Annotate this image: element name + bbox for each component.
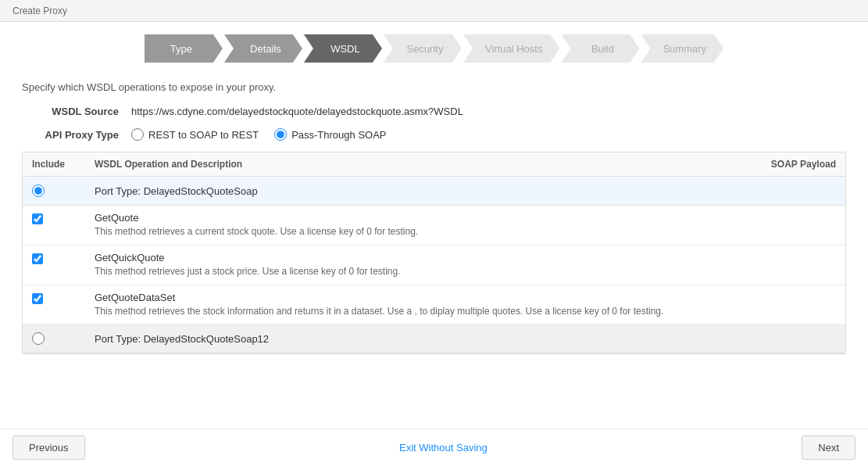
step-wsdl-label: WSDL	[330, 43, 360, 55]
getquickquote-checkbox[interactable]	[32, 253, 43, 264]
wsdl-source-label: WSDL Source	[22, 106, 131, 117]
getquickquote-info: GetQuickQuote This method retrieves just…	[95, 252, 734, 278]
next-button[interactable]: Next	[802, 436, 855, 460]
getquote-name: GetQuote	[95, 212, 734, 224]
radio-pass-through-soap-input[interactable]	[274, 128, 287, 141]
getquote-check-cell[interactable]	[32, 212, 95, 224]
radio-pass-through-soap[interactable]: Pass-Through SOAP	[274, 128, 386, 141]
operation-row-getquotedataset: GetQuoteDataSet This method retrieves th…	[23, 285, 845, 325]
getquote-checkbox[interactable]	[32, 213, 43, 224]
getquotedataset-checkbox[interactable]	[32, 293, 43, 304]
port-type-row-2: Port Type: DelayedStockQuoteSoap12	[23, 324, 845, 353]
step-virtual-hosts[interactable]: Virtual Hosts	[463, 34, 559, 63]
port-type-2-radio-cell[interactable]	[32, 332, 95, 345]
step-build[interactable]: Build	[561, 34, 639, 63]
port-type-1-radio-cell[interactable]	[32, 185, 95, 197]
footer: Previous Exit Without Saving Next	[0, 428, 868, 466]
step-security[interactable]: Security	[384, 34, 462, 63]
port-type-row-1: Port Type: DelayedStockQuoteSoap	[23, 177, 845, 206]
getquotedataset-info: GetQuoteDataSet This method retrieves th…	[95, 292, 734, 318]
step-wsdl[interactable]: WSDL	[304, 34, 382, 63]
getquickquote-desc: This method retrieves just a stock price…	[95, 265, 734, 278]
wsdl-source-value: https://ws.cdyne.com/delayedstockquote/d…	[131, 106, 463, 117]
port-type-2-label: Port Type: DelayedStockQuoteSoap12	[95, 333, 734, 345]
wsdl-source-row: WSDL Source https://ws.cdyne.com/delayed…	[22, 106, 846, 117]
main-content: Specify which WSDL operations to expose …	[0, 73, 868, 354]
step-details[interactable]: Details	[224, 34, 302, 63]
getquickquote-check-cell[interactable]	[32, 252, 95, 264]
content-subtitle: Specify which WSDL operations to expose …	[22, 73, 846, 106]
getquotedataset-desc: This method retrieves the stock informat…	[95, 305, 734, 318]
exit-without-saving-link[interactable]: Exit Without Saving	[399, 442, 488, 453]
header-include: Include	[32, 159, 95, 170]
step-security-label: Security	[406, 43, 443, 55]
operation-row-getquickquote: GetQuickQuote This method retrieves just…	[23, 246, 845, 285]
api-proxy-type-label: API Proxy Type	[22, 129, 131, 141]
operation-row-getquote: GetQuote This method retrieves a current…	[23, 206, 845, 246]
step-summary-label: Summary	[663, 43, 706, 55]
wizard-steps: Type Details WSDL Security Virtual Hosts…	[0, 22, 868, 73]
header-payload: SOAP Payload	[734, 159, 836, 170]
top-bar: Create Proxy	[0, 0, 868, 22]
port-type-1-label: Port Type: DelayedStockQuoteSoap	[95, 185, 734, 197]
getquotedataset-name: GetQuoteDataSet	[95, 292, 734, 303]
operations-table: Include WSDL Operation and Description S…	[22, 152, 846, 354]
radio-rest-to-soap-input[interactable]	[131, 128, 144, 141]
previous-button[interactable]: Previous	[13, 436, 85, 460]
header-operation: WSDL Operation and Description	[95, 159, 734, 170]
table-header: Include WSDL Operation and Description S…	[23, 152, 845, 177]
step-type-label: Type	[170, 43, 192, 55]
step-build-label: Build	[591, 43, 614, 55]
radio-group: REST to SOAP to REST Pass-Through SOAP	[131, 128, 387, 141]
port-type-2-radio[interactable]	[32, 332, 45, 345]
radio-rest-to-soap[interactable]: REST to SOAP to REST	[131, 128, 259, 141]
radio-pass-through-soap-label: Pass-Through SOAP	[291, 129, 386, 141]
page-title: Create Proxy	[13, 5, 67, 16]
getquote-desc: This method retrieves a current stock qu…	[95, 225, 734, 238]
getquotedataset-check-cell[interactable]	[32, 292, 95, 304]
api-proxy-type-row: API Proxy Type REST to SOAP to REST Pass…	[22, 128, 846, 141]
getquickquote-name: GetQuickQuote	[95, 252, 734, 263]
port-type-1-radio[interactable]	[32, 185, 45, 197]
step-virtual-hosts-label: Virtual Hosts	[485, 43, 542, 55]
radio-rest-to-soap-label: REST to SOAP to REST	[148, 129, 259, 141]
step-type[interactable]: Type	[145, 34, 223, 63]
step-details-label: Details	[250, 43, 281, 55]
getquote-info: GetQuote This method retrieves a current…	[95, 212, 734, 238]
step-summary[interactable]: Summary	[641, 34, 723, 63]
